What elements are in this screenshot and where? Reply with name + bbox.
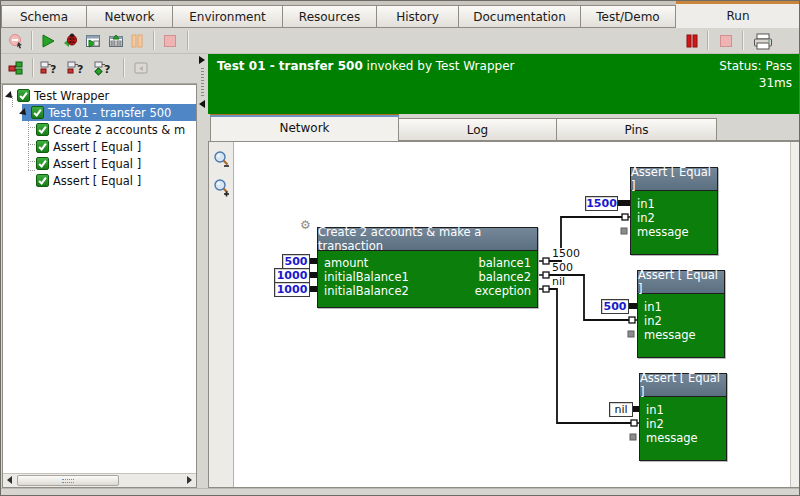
- test-tree: Test Wrapper Test 01 - transfer 500 Crea…: [3, 85, 196, 473]
- tab-resources[interactable]: Resources: [283, 5, 377, 28]
- test-tree-panel: Test Wrapper Test 01 - transfer 500 Crea…: [2, 84, 197, 488]
- tab-documentation[interactable]: Documentation: [459, 5, 581, 28]
- port-amount-label[interactable]: amount: [324, 256, 368, 270]
- scroll-right-icon[interactable]: [187, 476, 192, 484]
- pause-disabled-icon[interactable]: [127, 31, 147, 51]
- tab-run[interactable]: Run: [676, 1, 800, 28]
- breakpoint-disabled-icon[interactable]: [6, 31, 26, 51]
- zoom-in-icon[interactable]: [212, 178, 231, 197]
- stop-run-disabled-icon[interactable]: [716, 31, 736, 51]
- tree-toolbar: ? ? ?: [1, 54, 198, 84]
- tab-schema[interactable]: Schema: [1, 5, 87, 28]
- checkbox-checked-icon[interactable]: [36, 174, 49, 187]
- pause-active-icon[interactable]: [682, 31, 702, 51]
- stop-disabled-icon[interactable]: [160, 31, 180, 51]
- toolbar-separator: [742, 31, 744, 50]
- port-in2-label[interactable]: in2: [637, 211, 655, 225]
- node-title: Assert [ Equal ]: [638, 271, 724, 294]
- tab-history[interactable]: History: [377, 5, 459, 28]
- status-badge: Status: Pass: [719, 59, 792, 73]
- checkbox-checked-icon[interactable]: [31, 106, 44, 119]
- print-icon[interactable]: [751, 31, 775, 51]
- debug-icon[interactable]: [60, 31, 80, 51]
- tree-item-create-accounts[interactable]: Create 2 accounts & m: [36, 121, 188, 138]
- zoom-out-icon[interactable]: [212, 150, 231, 169]
- tree-item-test-01[interactable]: Test 01 - transfer 500: [5, 104, 196, 121]
- input-value-initialBalance2[interactable]: 1000: [274, 282, 310, 297]
- network-view: ⚙ Create 2 accounts & make a transaction…: [208, 141, 800, 488]
- node-assert-equal-2[interactable]: Assert [ Equal ] in1 in2 message: [637, 270, 725, 358]
- input-value-in1[interactable]: 500: [601, 299, 629, 314]
- port-in1-label[interactable]: in1: [646, 403, 664, 417]
- tab-environment[interactable]: Environment: [173, 5, 283, 28]
- scroll-left-icon[interactable]: [7, 476, 12, 484]
- pin-query-green-icon[interactable]: ?: [93, 58, 113, 78]
- port-in1-label[interactable]: in1: [644, 300, 662, 314]
- port-initialBalance2-label[interactable]: initialBalance2: [324, 284, 409, 298]
- port-message-label[interactable]: message: [637, 225, 689, 239]
- svg-text:?: ?: [50, 63, 56, 76]
- collapse-left-icon[interactable]: [199, 100, 205, 108]
- run-icon[interactable]: [38, 31, 58, 51]
- gear-icon[interactable]: ⚙: [300, 219, 311, 231]
- input-value-in1[interactable]: nil: [609, 402, 633, 417]
- checkbox-checked-icon[interactable]: [36, 157, 49, 170]
- tab-result-log[interactable]: Log: [399, 118, 557, 141]
- toolbar-separator: [31, 31, 33, 50]
- port-in1-label[interactable]: in1: [637, 197, 655, 211]
- tree-item-test-wrapper[interactable]: Test Wrapper: [5, 87, 112, 104]
- port-in2-label[interactable]: in2: [644, 314, 662, 328]
- toolbar-separator: [153, 31, 155, 50]
- input-value-initialBalance1[interactable]: 1000: [274, 268, 310, 283]
- toolbar-separator: [187, 31, 189, 50]
- node-title: Create 2 accounts & make a transaction: [318, 228, 537, 251]
- tree-horizontal-scrollbar[interactable]: [3, 473, 196, 487]
- tree-item-label: Create 2 accounts & m: [50, 123, 188, 137]
- test-status-header: Test 01 - transfer 500 invoked by Test W…: [208, 54, 800, 114]
- collapse-right-icon[interactable]: [199, 56, 205, 64]
- splitter-grip: [201, 68, 204, 96]
- node-assert-equal-1[interactable]: Assert [ Equal ] in1 in2 message: [630, 167, 718, 255]
- tab-network[interactable]: Network: [87, 5, 173, 28]
- invoked-by-text: invoked by Test Wrapper: [363, 59, 515, 73]
- canvas-vertical-scrollbar[interactable]: [790, 142, 799, 487]
- test-title: Test 01 - transfer 500: [217, 59, 363, 73]
- port-exception-label[interactable]: exception: [475, 284, 531, 298]
- port-in2-label[interactable]: in2: [646, 417, 664, 431]
- tree-item-assert-1[interactable]: Assert [ Equal ]: [36, 138, 144, 155]
- checkbox-checked-icon[interactable]: [36, 140, 49, 153]
- back-panel-disabled-icon[interactable]: [131, 58, 151, 78]
- tree-item-assert-2[interactable]: Assert [ Equal ]: [36, 155, 144, 172]
- port-balance1-label[interactable]: balance1: [478, 256, 531, 270]
- expander-icon[interactable]: [5, 91, 15, 101]
- node-create-accounts[interactable]: Create 2 accounts & make a transaction a…: [317, 227, 538, 308]
- port-message-label[interactable]: message: [644, 328, 696, 342]
- pin-query-red2-icon[interactable]: ?: [66, 58, 86, 78]
- import-results-icon[interactable]: [106, 31, 126, 51]
- tree-item-assert-3[interactable]: Assert [ Equal ]: [36, 172, 144, 189]
- svg-text:?: ?: [77, 63, 83, 76]
- node-assert-equal-3[interactable]: Assert [ Equal ] in1 in2 message: [639, 373, 727, 461]
- network-canvas[interactable]: ⚙ Create 2 accounts & make a transaction…: [234, 142, 790, 487]
- output-value-balance2: 500: [551, 262, 574, 274]
- run-in-window-icon[interactable]: [83, 31, 103, 51]
- result-tab-bar: Network Log Pins: [208, 114, 800, 141]
- scrollbar-thumb[interactable]: [17, 475, 119, 486]
- input-value-amount[interactable]: 500: [282, 254, 310, 269]
- input-value-in1[interactable]: 1500: [585, 196, 618, 211]
- checkbox-checked-icon[interactable]: [36, 123, 49, 136]
- panel-splitter[interactable]: [197, 54, 208, 488]
- tab-result-network[interactable]: Network: [210, 114, 399, 141]
- port-initialBalance1-label[interactable]: initialBalance1: [324, 270, 409, 284]
- tab-result-pins[interactable]: Pins: [557, 118, 717, 141]
- port-message-label[interactable]: message: [646, 431, 698, 445]
- svg-text:?: ?: [104, 63, 110, 76]
- port-balance2-label[interactable]: balance2: [478, 270, 531, 284]
- pin-query-red-icon[interactable]: ?: [39, 58, 59, 78]
- app-window: Schema Network Environment Resources His…: [0, 0, 800, 496]
- checkbox-checked-icon[interactable]: [17, 89, 30, 102]
- network-blocks-icon[interactable]: [6, 58, 26, 78]
- tab-test-demo[interactable]: Test/Demo: [581, 5, 676, 28]
- tab-bar-filler: [717, 114, 800, 141]
- tree-item-label: Assert [ Equal ]: [50, 174, 144, 188]
